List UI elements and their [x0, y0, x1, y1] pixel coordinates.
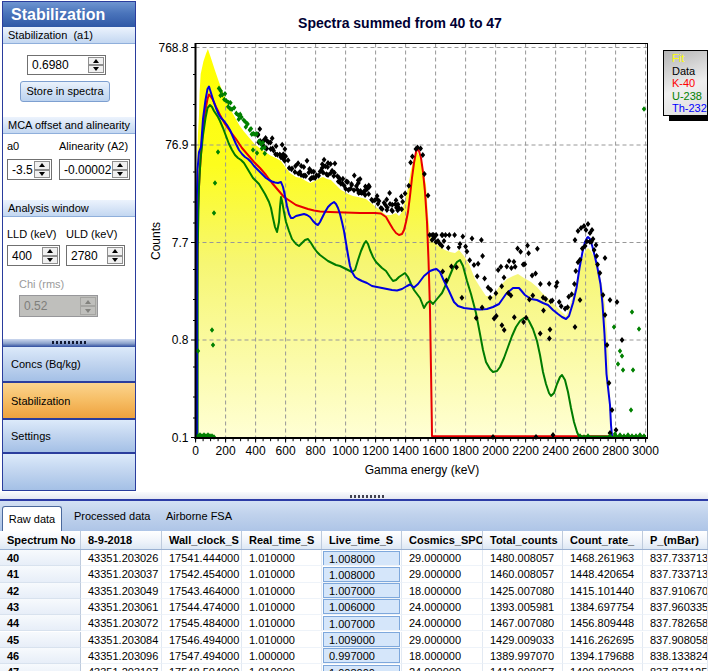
svg-text:2600: 2600 — [572, 444, 599, 458]
svg-text:Spectra summed from 40 to 47: Spectra summed from 40 to 47 — [298, 15, 502, 31]
svg-text:400: 400 — [246, 444, 266, 458]
svg-text:1400: 1400 — [392, 444, 419, 458]
svg-text:3000: 3000 — [632, 444, 659, 458]
svg-text:2800: 2800 — [602, 444, 629, 458]
svg-text:200: 200 — [216, 444, 236, 458]
svg-text:Gamma energy (keV): Gamma energy (keV) — [365, 463, 480, 477]
svg-text:768.8: 768.8 — [158, 41, 188, 55]
svg-text:76.9: 76.9 — [165, 138, 189, 152]
svg-text:Counts: Counts — [149, 222, 163, 260]
svg-text:1800: 1800 — [452, 444, 479, 458]
svg-text:1600: 1600 — [422, 444, 449, 458]
svg-text:0.8: 0.8 — [172, 333, 189, 347]
svg-text:2000: 2000 — [482, 444, 509, 458]
svg-text:1200: 1200 — [362, 444, 389, 458]
svg-text:0.1: 0.1 — [172, 431, 189, 445]
svg-text:0: 0 — [192, 444, 199, 458]
svg-text:2400: 2400 — [542, 444, 569, 458]
svg-text:2200: 2200 — [512, 444, 539, 458]
svg-text:7.7: 7.7 — [172, 236, 189, 250]
svg-text:800: 800 — [306, 444, 326, 458]
svg-text:1000: 1000 — [332, 444, 359, 458]
svg-text:600: 600 — [276, 444, 296, 458]
